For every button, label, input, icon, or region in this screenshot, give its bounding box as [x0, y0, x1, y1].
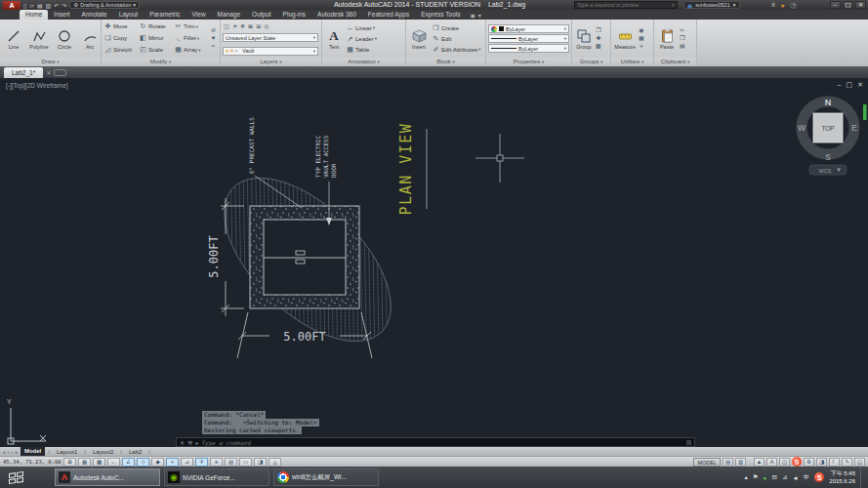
modify-tool-button[interactable]: ✥ Move: [103, 21, 139, 32]
toggle-3dosnap[interactable]: ◆: [151, 458, 164, 467]
viewport-minimize-icon[interactable]: –: [838, 81, 842, 89]
annotation-scale-icon[interactable]: ▲: [754, 458, 765, 467]
ribbon-tab[interactable]: Plug-ins: [277, 10, 311, 20]
exchange-green-tab[interactable]: [863, 104, 867, 120]
first-layout-button[interactable]: «: [3, 449, 6, 455]
favorites-star-icon[interactable]: ★: [780, 2, 785, 9]
performance-icon[interactable]: ✎: [842, 458, 852, 467]
panel-title-layers[interactable]: Layers ▾: [221, 58, 321, 66]
toggle-dyn[interactable]: ✛: [195, 458, 208, 467]
help-search[interactable]: ⌕: [574, 1, 678, 9]
group-button[interactable]: Group: [574, 21, 594, 57]
toggle-ducs[interactable]: ⊿: [181, 458, 193, 467]
command-tools-icon[interactable]: ⚒: [187, 439, 192, 446]
layer-tool-icon[interactable]: ⊠: [248, 22, 253, 29]
panel-title-draw[interactable]: Draw ▾: [0, 58, 101, 66]
taskbar-app-nvidia[interactable]: ◉ NVIDIA GeForce...: [164, 468, 269, 486]
search-icon[interactable]: ⌕: [672, 2, 675, 9]
modify-mini-icon[interactable]: ⊘: [211, 27, 216, 34]
toggle-tpy[interactable]: ▤: [225, 458, 237, 467]
color-dropdown[interactable]: ByLayer ▾: [488, 24, 569, 33]
ribbon-tab[interactable]: Layout: [113, 10, 145, 20]
chevron-down-icon[interactable]: ▾: [478, 12, 481, 19]
toggle-qp[interactable]: ▭: [239, 458, 252, 467]
layout-tab-layout1[interactable]: Layout1: [53, 449, 81, 455]
quick-view-drawings-icon[interactable]: ▥: [735, 458, 746, 467]
taskbar-app-chrome[interactable]: win8怎么截屏_Wi...: [273, 468, 379, 486]
panel-title-annotation[interactable]: Annotation ▾: [322, 58, 405, 66]
line-button[interactable]: Line: [2, 21, 25, 57]
clipboard-mini-icon[interactable]: ❐: [680, 35, 685, 42]
polyline-button[interactable]: Polyline: [27, 21, 51, 57]
last-layout-button[interactable]: »: [15, 449, 18, 455]
prev-layout-button[interactable]: ‹: [8, 449, 10, 455]
linetype-dropdown[interactable]: ByLayer ▾: [488, 44, 569, 53]
modify-tool-button[interactable]: ◟ Fillet ▾: [174, 33, 209, 44]
network-icon[interactable]: ⊿: [782, 473, 787, 481]
utilities-mini-icon[interactable]: ⌖: [639, 43, 644, 50]
taskbar-clock[interactable]: 下午 5:45 2015.6.26: [829, 469, 855, 485]
modify-mini-icon[interactable]: ✷: [211, 35, 216, 42]
groups-mini-icon[interactable]: ▩: [596, 43, 601, 50]
ribbon-tab[interactable]: Insert: [48, 10, 75, 20]
toggle-snap[interactable]: ▦: [78, 458, 91, 467]
panel-title-clipboard[interactable]: Clipboard ▾: [654, 58, 696, 66]
text-button[interactable]: A Text: [324, 21, 344, 57]
quick-view-layouts-icon[interactable]: ▤: [723, 458, 733, 467]
layer-tool-icon[interactable]: ◎: [264, 22, 269, 29]
model-space-canvas[interactable]: 5.00FT 5.00FT 6" PRECAST WALLS TYP ELECT…: [0, 78, 868, 447]
toggle-lwt[interactable]: ≡: [210, 458, 223, 467]
ime-icon[interactable]: 中: [804, 473, 810, 482]
redo-icon[interactable]: ↷: [62, 2, 66, 9]
new-tab-button[interactable]: [54, 69, 66, 76]
toggle-osnap[interactable]: ◇: [137, 458, 149, 467]
modify-tool-button[interactable]: ❏ Copy: [103, 33, 139, 44]
groups-mini-icon[interactable]: ❐: [596, 27, 601, 34]
annotation-tool-button[interactable]: ↔ Linear ▾: [346, 23, 377, 33]
panel-title-properties[interactable]: Properties ▾: [486, 58, 571, 66]
toggle-otrack[interactable]: ⌖: [166, 458, 179, 467]
command-customize-icon[interactable]: [686, 440, 691, 445]
signin-menu[interactable]: ◉ sunbowei0521 ▾: [683, 1, 740, 9]
insert-button[interactable]: Insert: [408, 21, 430, 57]
ribbon-tab[interactable]: Express Tools: [415, 10, 466, 20]
block-tool-button[interactable]: ❐ Create: [432, 23, 480, 33]
ribbon-tab[interactable]: Featured Apps: [362, 10, 415, 20]
layer-status-icon[interactable]: ☀: [229, 48, 234, 54]
modify-mini-icon[interactable]: ≈: [211, 43, 216, 50]
annotation-visibility-icon[interactable]: A: [766, 458, 777, 467]
annotation-tool-button[interactable]: ▦ Table: [346, 45, 377, 55]
show-desktop-button[interactable]: [860, 467, 864, 488]
open-icon[interactable]: ▱: [29, 2, 34, 9]
model-paper-toggle[interactable]: MODEL: [693, 458, 721, 467]
layer-tool-icon[interactable]: ❄: [240, 22, 245, 29]
ribbon-tab[interactable]: View: [186, 10, 212, 20]
modify-tool-button[interactable]: ◿ Stretch: [103, 45, 139, 56]
sogou-overlay-icon[interactable]: S: [792, 457, 802, 467]
action-center-icon[interactable]: ⚑: [753, 473, 759, 481]
app-menu-button[interactable]: A: [3, 1, 21, 10]
viewcube-west[interactable]: W: [798, 123, 806, 133]
layer-state-dropdown[interactable]: Unsaved Layer State ▾: [223, 33, 318, 42]
layer-tool-icon[interactable]: ◫: [224, 22, 229, 29]
arc-button[interactable]: Arc: [78, 21, 101, 57]
command-input[interactable]: [201, 439, 683, 446]
layer-status-icon[interactable]: ▫: [238, 48, 240, 54]
layer-tool-icon[interactable]: ☀: [232, 22, 237, 29]
layout-tab-model[interactable]: Model: [21, 447, 45, 456]
groups-mini-icon[interactable]: ✚: [596, 35, 601, 42]
start-button[interactable]: [4, 468, 27, 486]
ribbon-tab[interactable]: Parametric: [144, 10, 186, 20]
help-icon[interactable]: ?: [790, 2, 797, 9]
clipboard-mini-icon[interactable]: ▤: [680, 43, 685, 50]
sogou-tray-icon[interactable]: S: [814, 472, 824, 482]
next-layout-button[interactable]: ›: [11, 449, 13, 455]
volume-icon[interactable]: ◄: [792, 474, 798, 481]
layer-dropdown[interactable]: ●☀▪▫ Vault ▾: [223, 47, 318, 56]
file-tab-close-icon[interactable]: ✕: [46, 68, 51, 78]
viewport-close-icon[interactable]: ✕: [857, 81, 863, 89]
save-icon[interactable]: ▤: [37, 2, 43, 9]
isolate-icon[interactable]: ☾: [829, 458, 840, 467]
viewcube-south[interactable]: S: [825, 152, 831, 162]
annotation-tool-button[interactable]: ↗ Leader ▾: [346, 34, 377, 44]
